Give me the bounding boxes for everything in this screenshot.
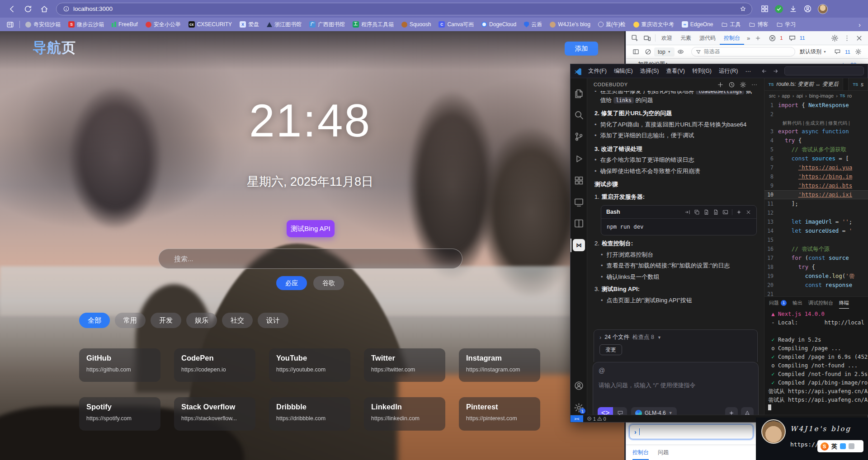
changes-button[interactable]: 变更	[599, 344, 622, 355]
bookmark-item[interactable]: W4J1e's blog	[550, 21, 590, 28]
link-card[interactable]: Dribbblehttps://dribbble.com	[269, 397, 350, 431]
breadcrumb-item[interactable]: app	[782, 93, 790, 99]
devtools-tab-源代码[interactable]: 源代码	[695, 31, 720, 45]
bookmarks-overflow-icon[interactable]: ›	[859, 21, 861, 28]
bookmark-item[interactable]: 安全小公举	[146, 21, 181, 28]
plus-icon[interactable]	[717, 81, 724, 88]
ime-logo[interactable]: S	[821, 442, 829, 451]
category-tab-设计[interactable]: 设计	[258, 313, 288, 328]
menu-运行(R)[interactable]: 运行(R)	[715, 66, 741, 76]
bookmark-item[interactable]: 广广西图书馆	[309, 21, 345, 28]
clear-console-icon[interactable]	[645, 48, 651, 55]
favorite-icon[interactable]	[740, 5, 746, 12]
ime-toolbar[interactable]: S 英	[817, 440, 863, 452]
devtools-tab-元素[interactable]: 元素	[676, 31, 695, 45]
bookmark-item[interactable]: 工程序员工具箱	[353, 21, 394, 28]
category-tab-全部[interactable]: 全部	[79, 313, 110, 328]
breadcrumb-item[interactable]: ro	[847, 93, 852, 99]
category-tab-社交[interactable]: 社交	[222, 313, 253, 328]
download-icon[interactable]	[789, 5, 797, 13]
device-toolbar-icon[interactable]	[643, 34, 651, 42]
panel-tab-调试控制台[interactable]: 调试控制台	[808, 297, 833, 309]
category-tab-娱乐[interactable]: 娱乐	[186, 313, 217, 328]
menu-⋯[interactable]: ⋯	[741, 66, 755, 76]
nav-forward-icon[interactable]	[772, 68, 779, 75]
refresh-icon[interactable]	[24, 5, 33, 14]
problems-status[interactable]: 1 0	[587, 416, 606, 422]
model-selector[interactable]: GLM-4.6 ▼	[631, 407, 677, 415]
menu-文件(F)[interactable]: 文件(F)	[585, 66, 610, 76]
search-input[interactable]	[158, 249, 462, 269]
history-icon[interactable]	[728, 81, 735, 88]
panel-tab-终端[interactable]: 终端	[839, 297, 849, 309]
shield-icon[interactable]	[775, 5, 783, 13]
account-icon[interactable]	[574, 380, 584, 391]
add-button[interactable]: 添加	[565, 42, 598, 56]
settings-icon[interactable]	[574, 403, 584, 413]
bookmark-item[interactable]: X爱盘	[240, 21, 259, 28]
codelens[interactable]: 解释代码 | 生成文档 | 修复代码 |	[764, 119, 868, 127]
devtools-close-icon[interactable]	[855, 34, 863, 42]
bookmark-item[interactable]: 学习	[776, 21, 796, 28]
bookmark-item[interactable]: 博客	[749, 21, 769, 28]
fileplus-icon[interactable]	[703, 209, 709, 215]
command-search-box[interactable]	[784, 66, 864, 75]
context-selector[interactable]: top▼	[654, 47, 675, 56]
profile-icon[interactable]	[803, 5, 812, 13]
editor-tab-partial[interactable]: TS s	[848, 78, 868, 90]
avatar[interactable]	[818, 4, 828, 14]
back-icon[interactable]	[7, 5, 16, 14]
engine-button-必应[interactable]: 必应	[276, 276, 307, 290]
error-badge[interactable]: 1	[766, 34, 783, 42]
panel-tab-输出[interactable]: 输出	[793, 297, 802, 309]
category-tab-开发[interactable]: 开发	[151, 313, 181, 328]
moreh-icon[interactable]	[751, 81, 758, 88]
breadcrumb-item[interactable]: api	[796, 93, 803, 99]
bookmark-item[interactable]: 工具	[721, 21, 741, 28]
devtools-menu-icon[interactable]	[843, 34, 851, 42]
home-icon[interactable]	[40, 5, 49, 14]
site-info-icon[interactable]	[63, 5, 70, 12]
link-card[interactable]: YouTubehttps://youtube.com	[269, 348, 350, 382]
panel-tab-问题[interactable]: 问题1	[769, 297, 787, 309]
search-icon[interactable]	[574, 110, 584, 120]
console-sidebar-icon[interactable]	[632, 48, 639, 55]
console-prompt[interactable]: ›	[629, 424, 753, 439]
expand-icon[interactable]: ›	[599, 334, 601, 341]
console-filter-input[interactable]: 筛选器	[691, 47, 795, 56]
devtools-settings-icon[interactable]	[831, 34, 839, 42]
bookmark-item[interactable]: FreeBuf	[112, 21, 138, 28]
link-card[interactable]: Spotifyhttps://spotify.com	[79, 397, 160, 431]
bookmark-item[interactable]: 奇安信沙箱	[25, 21, 61, 28]
breadcrumb[interactable]: src›app›api›bing-image›TSro	[764, 91, 868, 101]
link-card[interactable]: Pinteresthttps://pinterest.com	[459, 397, 540, 431]
message-badge[interactable]: 11	[786, 34, 805, 42]
codebuddy-input-box[interactable]: @ 请输入问题，或输入 “/” 使用便捷指令 <> GLM-4.6 ▼	[593, 362, 759, 415]
log-level-selector[interactable]: 默认级别▼ 11	[800, 48, 864, 56]
gear-icon[interactable]	[740, 81, 746, 88]
category-tab-常用[interactable]: 常用	[115, 313, 146, 328]
link-card[interactable]: CodePenhttps://codepen.io	[174, 348, 255, 382]
termico-icon[interactable]	[722, 209, 728, 215]
send-icon[interactable]	[741, 407, 754, 415]
drawer-tab-控制台[interactable]: 控制台	[632, 445, 649, 460]
menu-转到(G)[interactable]: 转到(G)	[689, 66, 715, 76]
bookmark-item[interactable]: Squoosh	[401, 21, 431, 28]
sparkle-icon[interactable]	[736, 209, 742, 215]
engine-button-谷歌[interactable]: 谷歌	[313, 276, 344, 290]
link-card[interactable]: LinkedInhttps://linkedin.com	[364, 397, 445, 431]
bookmark-item[interactable]: 重庆语文中考	[633, 21, 674, 28]
code-editor[interactable]: 1import { NextResponse2解释代码 | 生成文档 | 修复代…	[764, 101, 868, 296]
close-icon[interactable]	[745, 209, 751, 215]
terminal-output[interactable]: ▲ Next.js 14.0.0 - Local: http://local ✓…	[764, 309, 868, 414]
bookmark-item[interactable]: DogeCloud	[481, 21, 516, 28]
menu-选择(S)[interactable]: 选择(S)	[637, 66, 663, 76]
link-card[interactable]: Stack Overflowhttps://stackoverflow...	[174, 397, 255, 431]
code-mode-button[interactable]: <>	[598, 407, 613, 415]
sidebar-toggle-icon[interactable]	[6, 21, 14, 28]
explorer-icon[interactable]	[574, 89, 584, 99]
add-tab-icon[interactable]	[755, 35, 761, 41]
link-card[interactable]: Instagramhttps://instagram.com	[459, 348, 540, 382]
ime-menu-icon[interactable]	[849, 443, 854, 449]
extensions-icon[interactable]	[574, 175, 584, 186]
